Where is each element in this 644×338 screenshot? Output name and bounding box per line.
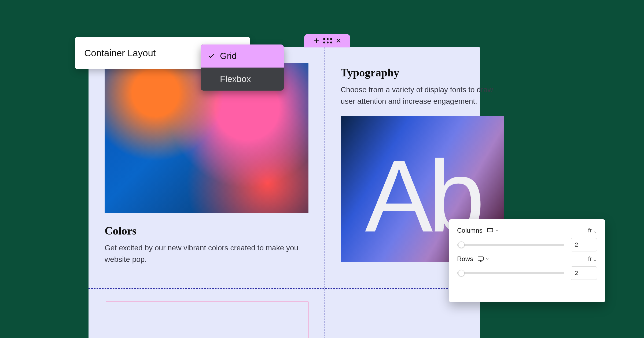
slider-track — [457, 272, 564, 274]
container-layout-label: Container Layout — [84, 48, 156, 58]
layout-option-grid[interactable]: Grid — [201, 44, 284, 68]
close-icon[interactable] — [336, 38, 341, 43]
rows-value-input[interactable]: 2 — [571, 266, 597, 280]
slider-thumb[interactable] — [458, 270, 465, 276]
slider-track — [457, 244, 564, 246]
layout-option-flexbox[interactable]: Flexbox — [201, 68, 284, 91]
rows-breakpoint-selector[interactable] — [477, 256, 489, 262]
chevron-down-icon — [485, 257, 489, 261]
typography-title: Typography — [341, 66, 504, 79]
columns-value-input[interactable]: 2 — [571, 238, 597, 251]
columns-breakpoint-selector[interactable] — [487, 228, 499, 233]
colors-body: Get excited by our new vibrant colors cr… — [105, 242, 308, 265]
slider-thumb[interactable] — [458, 242, 465, 248]
columns-slider[interactable] — [457, 242, 564, 247]
typography-body: Choose from a variety of display fonts t… — [341, 84, 499, 107]
rows-slider[interactable] — [457, 270, 564, 276]
chevron-down-icon — [593, 229, 597, 232]
layout-option-flexbox-label: Flexbox — [220, 74, 251, 84]
svg-rect-0 — [487, 228, 493, 232]
grid-controls-panel[interactable]: Columns fr 2 Rows — [449, 219, 605, 302]
layout-option-grid-label: Grid — [220, 51, 237, 61]
rows-unit-selector[interactable]: fr — [588, 255, 597, 262]
drag-handle-icon[interactable] — [323, 38, 332, 43]
design-canvas[interactable]: Colors Get excited by our new vibrant co… — [89, 47, 480, 338]
empty-cell-placeholder[interactable] — [106, 302, 308, 338]
section-toolbar-tab[interactable] — [304, 34, 350, 47]
plus-icon[interactable] — [314, 38, 319, 44]
svg-rect-1 — [478, 257, 483, 260]
columns-label: Columns — [457, 227, 483, 234]
rows-unit-label: fr — [588, 255, 592, 262]
chevron-down-icon — [495, 229, 499, 232]
container-layout-dropdown[interactable]: Grid Flexbox — [201, 44, 284, 91]
columns-control: Columns fr 2 — [457, 227, 597, 251]
grid-vertical-divider — [325, 47, 325, 338]
rows-label: Rows — [457, 255, 473, 263]
check-icon — [208, 53, 215, 60]
columns-unit-selector[interactable]: fr — [588, 227, 597, 234]
rows-control: Rows fr 2 — [457, 255, 597, 280]
columns-unit-label: fr — [588, 227, 592, 234]
chevron-down-icon — [593, 257, 597, 261]
grid-horizontal-divider — [89, 288, 480, 289]
colors-title: Colors — [105, 224, 308, 237]
rows-value: 2 — [575, 270, 578, 277]
columns-value: 2 — [575, 241, 578, 248]
